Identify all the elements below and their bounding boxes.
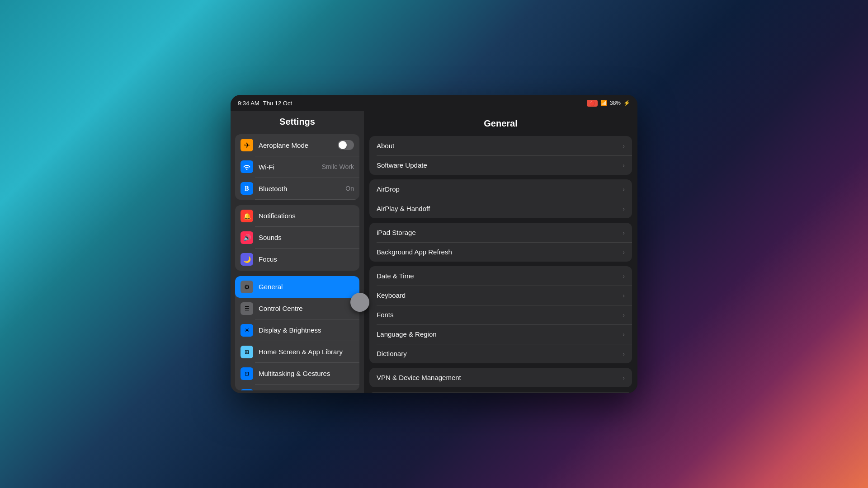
focus-icon: 🌙 bbox=[241, 253, 253, 266]
aeroplane-mode-label: Aeroplane Mode bbox=[259, 141, 332, 149]
bluetooth-icon: 𝐁 bbox=[241, 182, 253, 195]
control-centre-icon: ☰ bbox=[241, 302, 253, 315]
software-update-label: Software Update bbox=[377, 161, 617, 169]
dictionary-label: Dictionary bbox=[377, 350, 617, 357]
sidebar-item-sounds[interactable]: 🔊 Sounds bbox=[235, 227, 359, 249]
general-label: General bbox=[259, 283, 354, 291]
focus-label: Focus bbox=[259, 255, 354, 263]
status-bar: 9:34 AM Thu 12 Oct 🔴 📶 38% ⚡ bbox=[231, 95, 637, 111]
control-centre-label: Control Centre bbox=[259, 305, 354, 312]
aeroplane-mode-icon: ✈ bbox=[241, 139, 253, 151]
software-update-chevron: › bbox=[623, 162, 625, 169]
settings-group-datetime: Date & Time › Keyboard › Fonts › Languag… bbox=[369, 266, 632, 363]
battery-percentage: 38% bbox=[610, 100, 621, 106]
sidebar-item-wifi[interactable]: Wi-Fi Smile Work bbox=[235, 156, 359, 178]
accessibility-icon: ♿ bbox=[241, 389, 253, 390]
notifications-icon: 🔔 bbox=[241, 210, 253, 222]
settings-group-about: About › Software Update › bbox=[369, 136, 632, 175]
wifi-value: Smile Work bbox=[322, 163, 354, 170]
display-icon: ☀ bbox=[241, 324, 253, 337]
sidebar-item-screen-time[interactable]: ⏱ Screen Time bbox=[235, 270, 359, 271]
wifi-settings-icon bbox=[241, 160, 253, 173]
settings-row-vpn-device[interactable]: VPN & Device Management › bbox=[369, 368, 632, 387]
sidebar-item-general[interactable]: ⚙ General bbox=[235, 276, 359, 298]
settings-row-legal[interactable]: Legal & Regulatory › bbox=[369, 392, 632, 393]
network-section: ✈ Aeroplane Mode Wi-Fi Smile Work bbox=[235, 134, 359, 200]
main-content: Settings ✈ Aeroplane Mode bbox=[231, 111, 637, 393]
airdrop-chevron: › bbox=[623, 186, 625, 193]
sidebar-item-home-screen[interactable]: ⊞ Home Screen & App Library bbox=[235, 341, 359, 363]
home-screen-label: Home Screen & App Library bbox=[259, 348, 354, 356]
airdrop-label: AirDrop bbox=[377, 185, 617, 193]
sidebar-item-focus[interactable]: 🌙 Focus bbox=[235, 249, 359, 270]
settings-row-software-update[interactable]: Software Update › bbox=[369, 155, 632, 175]
settings-group-airdrop: AirDrop › AirPlay & Handoff › bbox=[369, 179, 632, 218]
multitasking-label: Multitasking & Gestures bbox=[259, 370, 354, 377]
panel-title: General bbox=[369, 118, 632, 129]
settings-row-keyboard[interactable]: Keyboard › bbox=[369, 286, 632, 305]
settings-row-about[interactable]: About › bbox=[369, 136, 632, 155]
bluetooth-label: Bluetooth bbox=[259, 185, 340, 192]
sidebar-item-notifications[interactable]: 🔔 Notifications bbox=[235, 205, 359, 227]
charging-icon: ⚡ bbox=[623, 100, 630, 106]
about-chevron: › bbox=[623, 142, 625, 150]
sidebar-item-vpn[interactable]: VPN VPN bbox=[235, 199, 359, 200]
notifications-section: 🔔 Notifications 🔊 Sounds 🌙 Focus ⏱ Scree… bbox=[235, 205, 359, 271]
sidebar-item-bluetooth[interactable]: 𝐁 Bluetooth On bbox=[235, 178, 359, 199]
status-left: 9:34 AM Thu 12 Oct bbox=[238, 100, 292, 107]
sounds-label: Sounds bbox=[259, 234, 354, 241]
sidebar-item-control-centre[interactable]: ☰ Control Centre bbox=[235, 298, 359, 319]
sidebar-item-aeroplane-mode[interactable]: ✈ Aeroplane Mode bbox=[235, 134, 359, 156]
sidebar-title: Settings bbox=[279, 117, 315, 127]
ipad-storage-chevron: › bbox=[623, 229, 625, 236]
language-label: Language & Region bbox=[377, 330, 617, 338]
sidebar-header: Settings bbox=[231, 111, 364, 131]
date-time-chevron: › bbox=[623, 272, 625, 280]
battery-indicator: 🔴 bbox=[587, 100, 598, 107]
wifi-icon: 📶 bbox=[600, 100, 607, 106]
settings-group-legal: Legal & Regulatory › bbox=[369, 392, 632, 393]
settings-row-dictionary[interactable]: Dictionary › bbox=[369, 344, 632, 363]
display-label: Display & Brightness bbox=[259, 326, 354, 334]
airplay-label: AirPlay & Handoff bbox=[377, 205, 617, 212]
keyboard-label: Keyboard bbox=[377, 291, 617, 299]
toggle-knob bbox=[339, 141, 347, 149]
ipad-storage-label: iPad Storage bbox=[377, 229, 617, 236]
multitasking-icon: ⊡ bbox=[241, 367, 253, 380]
battery-icon: 🔴 bbox=[590, 101, 595, 106]
bluetooth-value: On bbox=[345, 185, 354, 192]
vpn-device-label: VPN & Device Management bbox=[377, 374, 617, 381]
right-panel[interactable]: General About › Software Update › AirDro… bbox=[364, 111, 637, 393]
settings-group-storage: iPad Storage › Background App Refresh › bbox=[369, 223, 632, 262]
background-refresh-chevron: › bbox=[623, 249, 625, 256]
fonts-label: Fonts bbox=[377, 311, 617, 319]
time-display: 9:34 AM bbox=[238, 100, 259, 107]
general-section: ⚙ General ☰ Control Centre ☀ Display & B… bbox=[235, 276, 359, 390]
home-screen-icon: ⊞ bbox=[241, 346, 253, 358]
sidebar-item-display[interactable]: ☀ Display & Brightness bbox=[235, 319, 359, 341]
vpn-device-chevron: › bbox=[623, 374, 625, 381]
sounds-icon: 🔊 bbox=[241, 231, 253, 244]
sidebar: Settings ✈ Aeroplane Mode bbox=[231, 111, 364, 393]
aeroplane-mode-toggle[interactable] bbox=[338, 140, 354, 150]
settings-row-language[interactable]: Language & Region › bbox=[369, 324, 632, 344]
settings-row-airplay[interactable]: AirPlay & Handoff › bbox=[369, 199, 632, 218]
keyboard-chevron: › bbox=[623, 292, 625, 299]
airplay-chevron: › bbox=[623, 205, 625, 212]
scroll-thumb-dragging[interactable] bbox=[350, 293, 369, 312]
background-refresh-label: Background App Refresh bbox=[377, 248, 617, 256]
general-icon: ⚙ bbox=[241, 281, 253, 293]
settings-row-background-refresh[interactable]: Background App Refresh › bbox=[369, 242, 632, 262]
settings-group-vpn-mgmt: VPN & Device Management › bbox=[369, 368, 632, 387]
settings-row-fonts[interactable]: Fonts › bbox=[369, 305, 632, 324]
status-right: 🔴 📶 38% ⚡ bbox=[587, 100, 630, 107]
settings-row-airdrop[interactable]: AirDrop › bbox=[369, 179, 632, 199]
sidebar-item-multitasking[interactable]: ⊡ Multitasking & Gestures bbox=[235, 363, 359, 385]
sidebar-item-accessibility[interactable]: ♿ Accessibility bbox=[235, 385, 359, 390]
about-label: About bbox=[377, 142, 617, 150]
settings-row-date-time[interactable]: Date & Time › bbox=[369, 266, 632, 286]
date-time-label: Date & Time bbox=[377, 272, 617, 280]
dictionary-chevron: › bbox=[623, 350, 625, 357]
fonts-chevron: › bbox=[623, 311, 625, 319]
settings-row-ipad-storage[interactable]: iPad Storage › bbox=[369, 223, 632, 242]
